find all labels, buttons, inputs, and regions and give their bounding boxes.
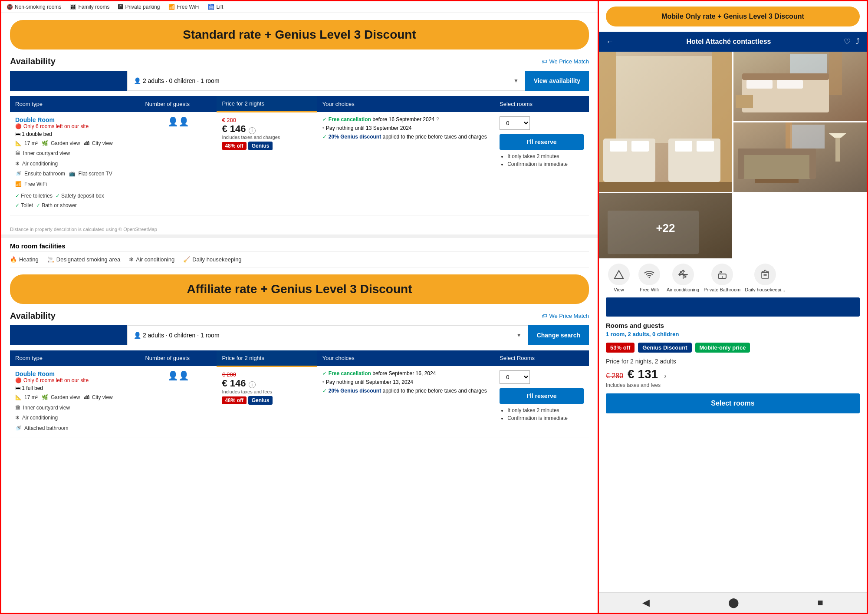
guests-select-2[interactable]: 👤 2 adults · 0 children · 1 room ▼ bbox=[127, 325, 528, 345]
choices-list-2: ✓ Free cancellation before September 16,… bbox=[322, 370, 489, 394]
col-choices-2: Your choices bbox=[317, 350, 494, 366]
change-search-button[interactable]: Change search bbox=[528, 325, 589, 345]
rooms-select-1[interactable]: 012 bbox=[500, 116, 530, 130]
room-table-1: Room type Number of guests Price for 2 n… bbox=[10, 96, 589, 215]
amenity-ac: ❄ Air conditioning bbox=[129, 256, 174, 263]
price-info-icon[interactable]: i bbox=[249, 127, 256, 134]
availability-title-1: Availability bbox=[10, 56, 56, 66]
svg-text:+22: +22 bbox=[656, 221, 675, 234]
svg-rect-8 bbox=[675, 141, 692, 152]
room-name-1[interactable]: Double Room bbox=[15, 116, 135, 123]
svg-rect-15 bbox=[742, 73, 829, 80]
amenity-housekeeping: 🧹 Daily housekeeping bbox=[183, 256, 241, 263]
date-input-1[interactable] bbox=[10, 71, 127, 91]
top-bar-item: 🅿 Private parking bbox=[118, 4, 160, 10]
col-room-type-2: Room type bbox=[10, 350, 140, 366]
heart-button[interactable]: ♡ bbox=[844, 37, 851, 46]
amenity-wifi: Free Wifi bbox=[636, 264, 662, 292]
amenity-smoking: 🚬 Designated smoking area bbox=[47, 256, 120, 263]
room-features-2: 📐17 m² 🌿 Garden view 🏙 City view 🏛 Inner… bbox=[15, 393, 135, 433]
amenity-icons-row: View Free Wifi Air conditioning Private … bbox=[599, 258, 867, 297]
mobile-banner: Mobile Only rate + Genius Level 3 Discou… bbox=[606, 7, 860, 26]
price-new-mobile: € 131 bbox=[628, 367, 658, 381]
view-icon bbox=[608, 264, 630, 285]
hotel-img-bl[interactable] bbox=[733, 122, 867, 192]
rooms-select-2[interactable]: 012 bbox=[500, 370, 530, 384]
col-guests-2: Number of guests bbox=[140, 350, 217, 366]
svg-point-34 bbox=[649, 277, 650, 278]
price-new-1: € 146 i bbox=[222, 123, 312, 135]
availability-section-1: Availability 🏷 We Price Match 👤 2 adults… bbox=[1, 56, 598, 224]
mobile-header: ← Hotel Attaché contactless ♡ ⤴ bbox=[599, 32, 867, 52]
chevron-right-icon[interactable]: › bbox=[664, 372, 666, 380]
mobile-bottom-nav: ◀ ⬤ ■ bbox=[599, 592, 867, 613]
chevron-down-icon-2: ▼ bbox=[516, 332, 522, 338]
svg-rect-3 bbox=[616, 56, 712, 143]
select-rooms-button[interactable]: Select rooms bbox=[606, 393, 860, 413]
col-room-type-1: Room type bbox=[10, 96, 140, 112]
svg-rect-16 bbox=[829, 52, 842, 95]
help-icon-1[interactable]: ? bbox=[436, 116, 439, 122]
more-room-title: Mo​​​​​​ room facilities​ bbox=[10, 242, 589, 250]
nav-back-button[interactable]: ◀ bbox=[642, 597, 650, 608]
price-info-icon-2[interactable]: i bbox=[249, 381, 256, 388]
search-bar-1: 👤 2 adults · 0 children · 1 room ▼ View … bbox=[10, 71, 589, 91]
room-name-2[interactable]: Double Room bbox=[15, 370, 135, 377]
badges-row: 53% off Genius Discount Mobile-only pric… bbox=[599, 343, 867, 358]
nav-recents-button[interactable]: ■ bbox=[817, 597, 823, 608]
check-icon-2: ✓ bbox=[322, 134, 327, 140]
date-input-2[interactable] bbox=[10, 325, 127, 345]
amenities-row: 🔥 Heating 🚬 Designated smoking area ❄ Ai… bbox=[10, 251, 589, 267]
bathroom-icon bbox=[711, 264, 733, 285]
nav-home-button[interactable]: ⬤ bbox=[728, 597, 739, 608]
price-old-2: € 280 bbox=[222, 371, 312, 378]
price-includes-1: Includes taxes and charges bbox=[222, 135, 312, 140]
room-features-1: 📐17 m² 🌿 Garden view 🏙 City view 🏛 Inner… bbox=[15, 139, 135, 211]
room-table-2: Room type Number of guests Price for 2 n… bbox=[10, 350, 589, 438]
back-button[interactable]: ← bbox=[606, 37, 614, 46]
reserve-button-1[interactable]: I'll reserve bbox=[500, 134, 584, 150]
amenity-ac: Air conditioning bbox=[667, 264, 699, 292]
price-match-2: 🏷 We Price Match bbox=[542, 313, 589, 319]
svg-rect-17 bbox=[790, 54, 827, 73]
badge-discount: 53% off bbox=[606, 343, 635, 353]
svg-rect-13 bbox=[746, 80, 773, 89]
hotel-images: +22 bbox=[599, 52, 867, 258]
amenity-heating: 🔥 Heating bbox=[10, 256, 39, 263]
svg-rect-28 bbox=[786, 122, 792, 149]
hotel-img-br[interactable]: +22 bbox=[599, 193, 732, 258]
share-button[interactable]: ⤴ bbox=[856, 37, 860, 46]
svg-rect-20 bbox=[738, 153, 816, 179]
check-icon-4: ✓ bbox=[322, 388, 327, 394]
badge-genius-2: Genius bbox=[248, 396, 273, 405]
rooms-left-1: 🔴 Only 6 rooms left on our site bbox=[15, 123, 135, 129]
guest-icons-1: 👤👤 bbox=[168, 117, 189, 126]
benefits-list-2: It only takes 2 minutes Confirmation is … bbox=[500, 407, 584, 421]
svg-rect-6 bbox=[610, 141, 627, 152]
benefits-list-1: It only takes 2 minutes Confirmation is … bbox=[500, 153, 584, 167]
svg-rect-25 bbox=[835, 135, 840, 162]
availability-section-2: Availability 🏷 We Price Match 👤 2 adults… bbox=[1, 311, 598, 447]
view-availability-button[interactable]: View availability bbox=[525, 71, 589, 91]
standard-rate-banner: Standard rate + Genius Level 3 Discount bbox=[10, 20, 589, 50]
svg-rect-9 bbox=[697, 141, 714, 152]
rooms-guests-detail: 1 room, 2 adults, 0 children bbox=[606, 331, 860, 337]
top-bar-item: 🚭 Non-smoking rooms bbox=[7, 4, 61, 10]
amenity-housekeeping: Daily housekeepi... bbox=[745, 264, 785, 292]
right-panel: Mobile Only rate + Genius Level 3 Discou… bbox=[599, 0, 868, 614]
mobile-search-bar[interactable] bbox=[606, 297, 860, 317]
guest-icons-2: 👤👤 bbox=[168, 371, 189, 380]
guests-select-1[interactable]: 👤 2 adults · 0 children · 1 room ▼ bbox=[127, 71, 525, 91]
choices-list-1: ✓ Free cancellation before 16 September … bbox=[322, 116, 489, 140]
badge-off-2: 48% off bbox=[222, 396, 247, 404]
svg-marker-33 bbox=[615, 271, 623, 278]
left-panel: 🚭 Non-smoking rooms 👨‍👩‍👧 Family rooms 🅿… bbox=[0, 0, 599, 614]
badge-mobile-price: Mobile-only price bbox=[695, 343, 750, 353]
col-price-1: Price for 2 nights bbox=[217, 96, 317, 112]
reserve-button-2[interactable]: I'll reserve bbox=[500, 388, 584, 404]
amenity-view: View bbox=[606, 264, 632, 292]
svg-rect-22 bbox=[738, 153, 744, 179]
hotel-img-tr[interactable] bbox=[733, 52, 867, 121]
hotel-name: Hotel Attaché contactless bbox=[614, 38, 844, 46]
hotel-img-main[interactable] bbox=[599, 52, 732, 192]
